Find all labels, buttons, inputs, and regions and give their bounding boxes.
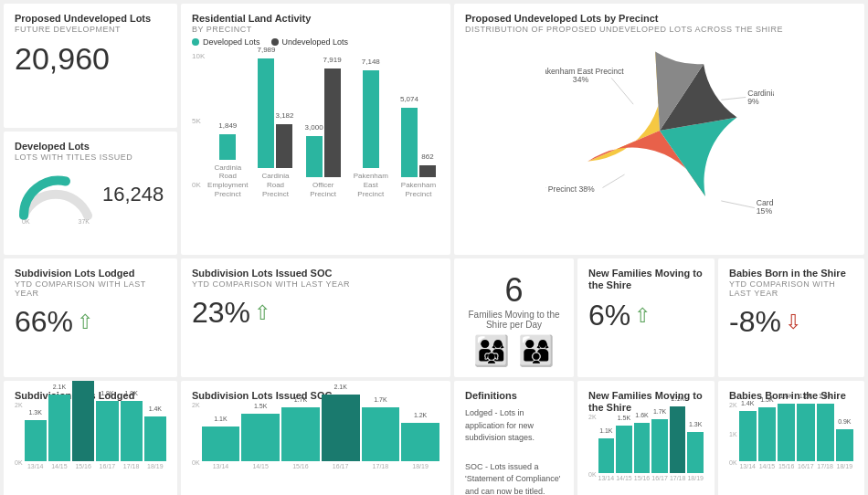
bar-14-15: 1.5K 14/15 bbox=[758, 407, 776, 469]
bar-group-pakenham: 5,074 862 PakenhamPrecinct bbox=[397, 108, 439, 198]
bar-developed: 3,000 bbox=[306, 136, 323, 177]
bar-16-17: 1.9K 16/17 bbox=[96, 401, 118, 469]
svg-text:9%: 9% bbox=[747, 97, 759, 106]
bar-13-14: 1.3K 13/14 bbox=[25, 420, 47, 469]
bar-17-18: 1.6K 17/18 bbox=[817, 404, 834, 469]
sub-lodged-subtitle: YTD COMPARISON WITH LAST YEAR bbox=[15, 279, 166, 298]
svg-text:15%: 15% bbox=[756, 207, 772, 216]
bar-group-cardinia-road: 7,989 3,182 Cardinia RoadPrecinct bbox=[254, 58, 296, 198]
bar bbox=[48, 395, 70, 461]
residential-title: Residential Land Activity bbox=[192, 13, 439, 25]
bar bbox=[322, 395, 360, 461]
families-day-number: 6 bbox=[465, 271, 563, 310]
bar-developed: 7,989 bbox=[258, 58, 274, 168]
donut-min: 0K bbox=[22, 218, 30, 225]
bar-pair: 7,148 bbox=[363, 70, 379, 168]
bar bbox=[401, 423, 439, 461]
bar-14-15: 1.5K 14/15 bbox=[616, 426, 632, 481]
bar-13-14: 1.1K 13/14 bbox=[598, 438, 615, 481]
bar bbox=[72, 381, 94, 461]
bar bbox=[241, 414, 280, 461]
sub-lodged-kpi-card: Subdivision Lots Lodged YTD COMPARISON W… bbox=[4, 258, 177, 377]
sub-soc-arrow: ⇧ bbox=[254, 301, 270, 325]
sub-soc-chart-wrap: 2K 0K 1.1K 13/14 1.5K 14/15 bbox=[192, 402, 439, 469]
bar bbox=[144, 416, 166, 461]
y-labels: 2K 1K 0K bbox=[729, 402, 737, 466]
definitions-text1: Lodged - Lots in application for new sub… bbox=[465, 407, 563, 445]
svg-line-2 bbox=[611, 78, 633, 104]
bar bbox=[739, 411, 757, 461]
sub-soc-title: Subdivision Lots Issued SOC bbox=[192, 268, 439, 279]
bar-undeveloped: 7,919 bbox=[324, 68, 341, 177]
sub-soc-value: 23% bbox=[192, 296, 250, 330]
bar bbox=[836, 429, 853, 461]
bar-pair: 7,989 3,182 bbox=[258, 58, 292, 168]
families-day-label: Families Moving to the Shire per Day bbox=[465, 310, 563, 330]
small-bar-chart: 1.4K 13/14 1.5K 14/15 1.6K 15 bbox=[739, 405, 853, 469]
undeveloped-subtitle: FUTURE DEVELOPMENT bbox=[15, 25, 166, 34]
bar-pair: 1,849 bbox=[219, 134, 236, 160]
families-icon: 👨‍👩‍👧 👨‍👩‍👦 bbox=[465, 333, 563, 368]
bar bbox=[362, 407, 400, 461]
undeveloped-lots-card: Proposed Undeveloped Lots FUTURE DEVELOP… bbox=[4, 4, 177, 128]
bar-13-14: 1.4K 13/14 bbox=[739, 411, 757, 469]
babies-chart-card: Babies Born in the Shire 2K 1K 0K 1.4K 1… bbox=[718, 381, 864, 495]
definitions-card: Definitions Lodged - Lots in application… bbox=[454, 381, 574, 495]
bar-17-18: 1.7K 17/18 bbox=[362, 407, 400, 469]
bar-17-18: 1.9K 17/18 bbox=[121, 401, 143, 469]
bar bbox=[797, 404, 814, 461]
new-families-chart-wrap: 2K 0K 1.1K 13/14 1.5K 14/15 bbox=[588, 414, 704, 481]
svg-text:Officer Precinct 38%: Officer Precinct 38% bbox=[545, 184, 595, 194]
bar-undeveloped: 3,182 bbox=[276, 124, 292, 168]
bar bbox=[121, 401, 143, 461]
legend-undeveloped: Undeveloped Lots bbox=[271, 37, 349, 47]
new-families-kpi-card: New Families Moving to the Shire 6% ⇧ bbox=[577, 258, 715, 377]
developed-lots-card: Developed Lots LOTS WITH TITLES ISSUED 0… bbox=[4, 132, 177, 256]
bar-developed: 1,849 bbox=[219, 134, 236, 160]
bar-developed: 5,074 bbox=[401, 108, 418, 177]
residential-land-card: Residential Land Activity BY PRECINCT De… bbox=[181, 4, 450, 255]
babies-title: Babies Born in the Shire bbox=[729, 268, 853, 279]
developed-subtitle: LOTS WITH TITLES ISSUED bbox=[15, 153, 166, 162]
bar-14-15: 2.1K 14/15 bbox=[48, 395, 70, 469]
bar-chart: 1,849 Cardinia RoadEmploymentPrecinct 7,… bbox=[206, 52, 439, 198]
bar-group-cardinia-emp: 1,849 Cardinia RoadEmploymentPrecinct bbox=[206, 134, 249, 198]
bar bbox=[758, 407, 776, 461]
bar-18-19: 1.2K 18/19 bbox=[401, 423, 439, 469]
bar bbox=[281, 407, 320, 461]
donut-max: 37K bbox=[79, 218, 90, 225]
families-day-card: 6 Families Moving to the Shire per Day 👨… bbox=[454, 258, 574, 377]
pie-subtitle: DISTRIBUTION OF PROPOSED UNDEVELOPED LOT… bbox=[465, 25, 853, 34]
bar bbox=[96, 401, 118, 461]
small-bar-chart: 1.1K 13/14 1.5K 14/15 1.6K 15 bbox=[598, 417, 704, 481]
babies-arrow: ⇩ bbox=[785, 311, 801, 334]
bar bbox=[634, 423, 651, 473]
sub-soc-chart-card: Subdivision Lots Issued SOC 2K 0K 1.1K 1… bbox=[181, 381, 450, 495]
y-labels: 2K 0K bbox=[588, 414, 597, 478]
bar-18-19: 1.4K 18/19 bbox=[144, 416, 166, 469]
legend-dot-undeveloped bbox=[271, 38, 279, 46]
bar-18-19: 0.9K 18/19 bbox=[836, 429, 853, 469]
svg-line-7 bbox=[721, 201, 755, 208]
bar-15-16: 1.6K 15/16 bbox=[778, 404, 795, 469]
residential-subtitle: BY PRECINCT bbox=[192, 25, 439, 34]
bar bbox=[202, 427, 240, 461]
sub-soc-kpi-card: Subdivision Lots Issued SOC YTD COMPARIS… bbox=[181, 258, 450, 377]
bar-pair: 5,074 862 bbox=[401, 108, 436, 177]
y-labels: 2K 0K bbox=[15, 402, 23, 466]
bar-17-18: 2.1K 17/18 bbox=[670, 406, 686, 481]
bar-16-17: 1.7K 16/17 bbox=[651, 419, 668, 481]
sub-soc-chart-title: Subdivision Lots Issued SOC bbox=[192, 390, 439, 402]
bar-13-14: 1.1K 13/14 bbox=[202, 427, 240, 469]
chart-legend: Developed Lots Undeveloped Lots bbox=[192, 37, 439, 47]
bar-undeveloped: 862 bbox=[419, 165, 436, 177]
svg-line-4 bbox=[602, 174, 624, 187]
new-families-arrow: ⇧ bbox=[634, 304, 651, 328]
pie-chart-card: Proposed Undeveloped Lots by Precinct DI… bbox=[454, 4, 864, 255]
sub-lodged-chart-card: Subdivision Lots Lodged 2K 0K 1.3K 13/14 bbox=[4, 381, 177, 495]
babies-kpi-card: Babies Born in the Shire YTD COMPARISON … bbox=[718, 258, 864, 377]
svg-text:Cardinia Road Employment Preci: Cardinia Road Employment Precinct bbox=[747, 89, 774, 98]
definitions-text2: SOC - Lots issued a 'Statement of Compli… bbox=[465, 461, 563, 495]
donut-chart bbox=[15, 165, 97, 225]
new-families-chart-title: New Families Moving to the Shire bbox=[588, 390, 704, 414]
